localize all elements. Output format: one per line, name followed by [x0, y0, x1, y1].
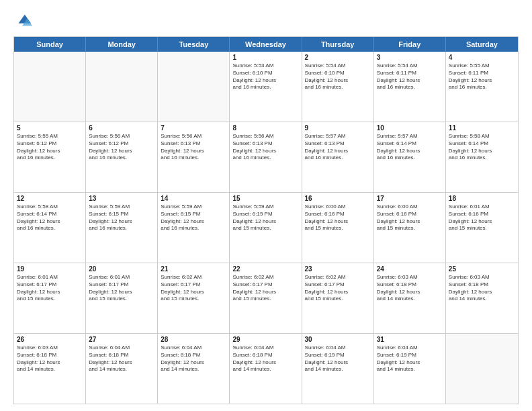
day-cell-3: 3Sunrise: 5:54 AM Sunset: 6:11 PM Daylig… — [374, 52, 446, 122]
header-day-saturday: Saturday — [446, 37, 518, 52]
day-cell-19: 19Sunrise: 6:01 AM Sunset: 6:17 PM Dayli… — [14, 263, 86, 333]
header-day-thursday: Thursday — [302, 37, 374, 52]
day-content: Sunrise: 5:58 AM Sunset: 6:14 PM Dayligh… — [17, 203, 83, 232]
day-number: 20 — [89, 265, 154, 273]
calendar-body: 1Sunrise: 5:53 AM Sunset: 6:10 PM Daylig… — [14, 52, 518, 404]
day-content: Sunrise: 6:03 AM Sunset: 6:18 PM Dayligh… — [449, 274, 515, 303]
day-content: Sunrise: 5:56 AM Sunset: 6:13 PM Dayligh… — [161, 133, 226, 162]
day-number: 9 — [305, 124, 371, 132]
day-cell-9: 9Sunrise: 5:57 AM Sunset: 6:13 PM Daylig… — [302, 122, 374, 192]
day-number: 17 — [377, 195, 443, 202]
day-number: 23 — [305, 265, 371, 273]
header-day-tuesday: Tuesday — [158, 37, 230, 52]
day-content: Sunrise: 5:58 AM Sunset: 6:14 PM Dayligh… — [449, 133, 515, 162]
header — [13, 12, 519, 31]
logo — [13, 12, 35, 31]
day-cell-6: 6Sunrise: 5:56 AM Sunset: 6:12 PM Daylig… — [86, 122, 158, 192]
day-cell-24: 24Sunrise: 6:03 AM Sunset: 6:18 PM Dayli… — [374, 263, 446, 333]
day-cell-22: 22Sunrise: 6:02 AM Sunset: 6:17 PM Dayli… — [230, 263, 302, 333]
day-number: 12 — [17, 195, 83, 202]
day-cell-14: 14Sunrise: 5:59 AM Sunset: 6:15 PM Dayli… — [158, 193, 230, 263]
day-cell-8: 8Sunrise: 5:56 AM Sunset: 6:13 PM Daylig… — [230, 122, 302, 192]
day-cell-15: 15Sunrise: 5:59 AM Sunset: 6:15 PM Dayli… — [230, 193, 302, 263]
day-number: 22 — [232, 265, 298, 273]
header-day-sunday: Sunday — [14, 37, 86, 52]
calendar-header: SundayMondayTuesdayWednesdayThursdayFrid… — [14, 37, 518, 52]
day-number: 2 — [305, 54, 371, 61]
day-number: 16 — [305, 195, 371, 202]
day-content: Sunrise: 6:01 AM Sunset: 6:17 PM Dayligh… — [17, 274, 83, 303]
day-content: Sunrise: 6:04 AM Sunset: 6:19 PM Dayligh… — [305, 345, 371, 373]
day-cell-26: 26Sunrise: 6:03 AM Sunset: 6:18 PM Dayli… — [14, 334, 86, 404]
day-cell-5: 5Sunrise: 5:55 AM Sunset: 6:12 PM Daylig… — [14, 122, 86, 192]
day-number: 13 — [89, 195, 154, 202]
day-content: Sunrise: 6:04 AM Sunset: 6:19 PM Dayligh… — [377, 345, 443, 373]
day-number: 19 — [17, 265, 83, 273]
day-content: Sunrise: 6:02 AM Sunset: 6:17 PM Dayligh… — [232, 274, 298, 303]
day-number: 30 — [305, 336, 371, 343]
header-day-wednesday: Wednesday — [230, 37, 302, 52]
day-content: Sunrise: 6:01 AM Sunset: 6:16 PM Dayligh… — [449, 203, 515, 232]
day-number: 15 — [232, 195, 298, 202]
day-number: 28 — [161, 336, 226, 343]
day-content: Sunrise: 5:59 AM Sunset: 6:15 PM Dayligh… — [89, 203, 154, 232]
day-content: Sunrise: 5:57 AM Sunset: 6:13 PM Dayligh… — [305, 133, 371, 162]
day-content: Sunrise: 6:03 AM Sunset: 6:18 PM Dayligh… — [17, 345, 83, 373]
day-number: 1 — [232, 54, 298, 61]
day-content: Sunrise: 5:55 AM Sunset: 6:11 PM Dayligh… — [449, 62, 515, 91]
day-cell-2: 2Sunrise: 5:54 AM Sunset: 6:10 PM Daylig… — [302, 52, 374, 122]
week-row-3: 19Sunrise: 6:01 AM Sunset: 6:17 PM Dayli… — [14, 263, 518, 334]
empty-cell — [86, 52, 158, 122]
page: SundayMondayTuesdayWednesdayThursdayFrid… — [0, 0, 532, 411]
day-number: 18 — [449, 195, 515, 202]
day-content: Sunrise: 6:02 AM Sunset: 6:17 PM Dayligh… — [305, 274, 371, 303]
day-cell-12: 12Sunrise: 5:58 AM Sunset: 6:14 PM Dayli… — [14, 193, 86, 263]
day-cell-23: 23Sunrise: 6:02 AM Sunset: 6:17 PM Dayli… — [302, 263, 374, 333]
day-number: 26 — [17, 336, 83, 343]
empty-cell — [158, 52, 230, 122]
day-content: Sunrise: 5:55 AM Sunset: 6:12 PM Dayligh… — [17, 133, 83, 162]
calendar: SundayMondayTuesdayWednesdayThursdayFrid… — [13, 36, 519, 404]
day-cell-31: 31Sunrise: 6:04 AM Sunset: 6:19 PM Dayli… — [374, 334, 446, 404]
week-row-4: 26Sunrise: 6:03 AM Sunset: 6:18 PM Dayli… — [14, 334, 518, 404]
day-cell-28: 28Sunrise: 6:04 AM Sunset: 6:18 PM Dayli… — [158, 334, 230, 404]
day-cell-16: 16Sunrise: 6:00 AM Sunset: 6:16 PM Dayli… — [302, 193, 374, 263]
day-cell-27: 27Sunrise: 6:04 AM Sunset: 6:18 PM Dayli… — [86, 334, 158, 404]
day-content: Sunrise: 6:03 AM Sunset: 6:18 PM Dayligh… — [377, 274, 443, 303]
day-content: Sunrise: 5:54 AM Sunset: 6:11 PM Dayligh… — [377, 62, 443, 91]
day-number: 10 — [377, 124, 443, 132]
day-cell-30: 30Sunrise: 6:04 AM Sunset: 6:19 PM Dayli… — [302, 334, 374, 404]
header-day-friday: Friday — [374, 37, 446, 52]
day-content: Sunrise: 5:53 AM Sunset: 6:10 PM Dayligh… — [232, 62, 298, 91]
empty-cell — [14, 52, 86, 122]
day-number: 27 — [89, 336, 154, 343]
day-cell-1: 1Sunrise: 5:53 AM Sunset: 6:10 PM Daylig… — [230, 52, 302, 122]
week-row-0: 1Sunrise: 5:53 AM Sunset: 6:10 PM Daylig… — [14, 52, 518, 122]
day-content: Sunrise: 6:02 AM Sunset: 6:17 PM Dayligh… — [161, 274, 226, 303]
day-cell-18: 18Sunrise: 6:01 AM Sunset: 6:16 PM Dayli… — [446, 193, 518, 263]
day-content: Sunrise: 5:59 AM Sunset: 6:15 PM Dayligh… — [232, 203, 298, 232]
logo-icon — [13, 12, 32, 31]
day-cell-20: 20Sunrise: 6:01 AM Sunset: 6:17 PM Dayli… — [86, 263, 158, 333]
day-number: 14 — [161, 195, 226, 202]
day-content: Sunrise: 6:04 AM Sunset: 6:18 PM Dayligh… — [232, 345, 298, 373]
day-content: Sunrise: 6:00 AM Sunset: 6:16 PM Dayligh… — [377, 203, 443, 232]
day-number: 3 — [377, 54, 443, 61]
day-cell-13: 13Sunrise: 5:59 AM Sunset: 6:15 PM Dayli… — [86, 193, 158, 263]
day-content: Sunrise: 5:59 AM Sunset: 6:15 PM Dayligh… — [161, 203, 226, 232]
day-number: 8 — [232, 124, 298, 132]
day-content: Sunrise: 5:56 AM Sunset: 6:12 PM Dayligh… — [89, 133, 154, 162]
day-number: 7 — [161, 124, 226, 132]
day-content: Sunrise: 5:54 AM Sunset: 6:10 PM Dayligh… — [305, 62, 371, 91]
day-content: Sunrise: 6:04 AM Sunset: 6:18 PM Dayligh… — [89, 345, 154, 373]
header-day-monday: Monday — [86, 37, 158, 52]
day-number: 24 — [377, 265, 443, 273]
day-cell-25: 25Sunrise: 6:03 AM Sunset: 6:18 PM Dayli… — [446, 263, 518, 333]
day-number: 5 — [17, 124, 83, 132]
day-cell-11: 11Sunrise: 5:58 AM Sunset: 6:14 PM Dayli… — [446, 122, 518, 192]
day-cell-29: 29Sunrise: 6:04 AM Sunset: 6:18 PM Dayli… — [230, 334, 302, 404]
day-content: Sunrise: 6:01 AM Sunset: 6:17 PM Dayligh… — [89, 274, 154, 303]
day-number: 4 — [449, 54, 515, 61]
week-row-1: 5Sunrise: 5:55 AM Sunset: 6:12 PM Daylig… — [14, 122, 518, 193]
day-content: Sunrise: 6:04 AM Sunset: 6:18 PM Dayligh… — [161, 345, 226, 373]
